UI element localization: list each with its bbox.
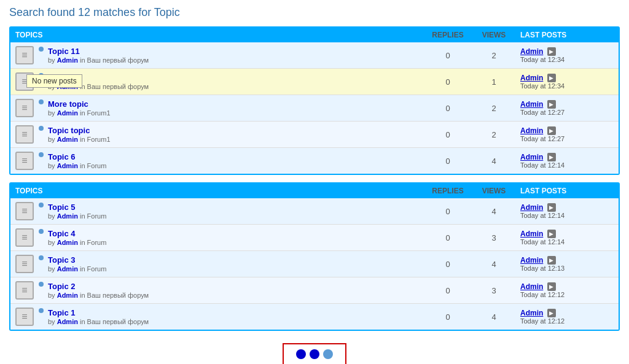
- new-post-dot: [39, 126, 44, 131]
- lastpost-cell: Admin ▶ Today at 12:13: [515, 256, 614, 273]
- topic-meta: by Admin in Ваш первый форум: [48, 318, 149, 325]
- lastpost-time: Today at 12:14: [520, 161, 614, 169]
- topic-title-link[interactable]: Topic 4: [48, 229, 106, 238]
- lastpost-user-link[interactable]: Admin: [520, 74, 543, 82]
- author-link[interactable]: Admin: [57, 318, 78, 325]
- topic-title-link[interactable]: More topic: [48, 99, 111, 109]
- lastpost-cell: Admin ▶ Today at 12:12: [515, 309, 614, 325]
- views-cell: 3: [472, 286, 515, 295]
- new-post-dot: [39, 99, 44, 104]
- table-row: Topic 1 by Admin in Ваш первый форум 0 4…: [10, 304, 619, 330]
- new-post-dot: [39, 308, 44, 313]
- topic-info: Topic 6 by Admin in Forum: [48, 152, 106, 169]
- lastpost-user-link[interactable]: Admin: [520, 256, 543, 265]
- header-lastpost: LAST POSTS: [515, 187, 614, 195]
- topic-meta: by Admin in Ваш первый форум: [48, 56, 149, 64]
- table-row: Topic 12 by Admin in Ваш первый форум No…: [10, 69, 619, 95]
- lastpost-cell: Admin ▶ Today at 12:27: [515, 126, 614, 143]
- lastpost-user-link[interactable]: Admin: [520, 203, 543, 212]
- forum-icon: [15, 125, 34, 144]
- author-link[interactable]: Admin: [57, 239, 78, 246]
- new-post-dot: [39, 47, 44, 52]
- lastpost-link-icon: ▶: [547, 230, 556, 238]
- header-lastpost: LAST POSTS: [515, 31, 614, 39]
- lastpost-link-icon: ▶: [547, 256, 556, 265]
- forum-icon: [15, 308, 34, 326]
- pagination-dot-3[interactable]: [323, 349, 333, 359]
- lastpost-time: Today at 12:13: [520, 265, 614, 272]
- topic-title-link[interactable]: Topic 2: [48, 282, 149, 291]
- topic-title-link[interactable]: Topic 6: [48, 152, 106, 161]
- author-link[interactable]: Admin: [57, 109, 78, 117]
- pagination-box[interactable]: [283, 343, 346, 364]
- lastpost-user-link[interactable]: Admin: [520, 282, 543, 291]
- topic-title-link[interactable]: Topic 11: [48, 47, 149, 56]
- topic-info: More topic by Admin in Forum1: [48, 99, 111, 117]
- author-link[interactable]: Admin: [57, 265, 78, 273]
- views-cell: 2: [472, 130, 515, 139]
- table-row: Topic 6 by Admin in Forum 0 4 Admin ▶ To…: [10, 148, 619, 174]
- topic-info: Topic 1 by Admin in Ваш первый форум: [48, 308, 149, 325]
- lastpost-cell: Admin ▶ Today at 12:34: [515, 74, 614, 90]
- lastpost-cell: Admin ▶ Today at 12:14: [515, 230, 614, 246]
- topic-cell: Topic topic by Admin in Forum1: [15, 125, 423, 144]
- replies-cell: 0: [423, 104, 472, 113]
- topic-cell: Topic 12 by Admin in Ваш первый форум No…: [15, 72, 423, 91]
- lastpost-user-link[interactable]: Admin: [520, 153, 543, 161]
- replies-cell: 0: [423, 51, 472, 60]
- topic-meta: by Admin in Ваш первый форум: [48, 292, 149, 299]
- author-link[interactable]: Admin: [57, 162, 78, 169]
- lastpost-time: Today at 12:14: [520, 238, 614, 246]
- header-topics: TOPICS: [15, 31, 423, 39]
- tooltip: No new posts: [26, 74, 82, 88]
- lastpost-cell: Admin ▶ Today at 12:27: [515, 100, 614, 117]
- author-link[interactable]: Admin: [57, 56, 78, 64]
- table-row: Topic topic by Admin in Forum1 0 2 Admin…: [10, 122, 619, 148]
- lastpost-user-line: Admin ▶: [520, 256, 614, 265]
- topic-cell: Topic 1 by Admin in Ваш первый форум: [15, 308, 423, 326]
- pagination-area: [9, 338, 620, 364]
- views-cell: 3: [472, 233, 515, 242]
- new-post-dot: [39, 282, 44, 287]
- lastpost-user-line: Admin ▶: [520, 282, 614, 292]
- pagination-dot-1[interactable]: [296, 349, 306, 359]
- topic-cell: More topic by Admin in Forum1: [15, 99, 423, 117]
- topic-cell: Topic 5 by Admin in Forum: [15, 202, 423, 220]
- lastpost-time: Today at 12:27: [520, 135, 614, 142]
- lastpost-user-line: Admin ▶: [520, 153, 614, 162]
- forum-icon: [15, 255, 34, 273]
- header-views: VIEWS: [472, 31, 515, 39]
- topic-meta: by Admin in Forum: [48, 265, 106, 273]
- author-link[interactable]: Admin: [57, 292, 78, 299]
- topic-meta: by Admin in Forum: [48, 212, 106, 220]
- new-post-dot: [39, 152, 44, 157]
- replies-cell: 0: [423, 157, 472, 166]
- topic-info: Topic 5 by Admin in Forum: [48, 203, 106, 220]
- topic-title-link[interactable]: Topic 5: [48, 203, 106, 212]
- new-post-dot: [39, 229, 44, 234]
- pagination-dot-2[interactable]: [310, 349, 319, 359]
- author-link[interactable]: Admin: [57, 212, 78, 220]
- views-cell: 2: [472, 51, 515, 60]
- lastpost-user-link[interactable]: Admin: [520, 47, 543, 56]
- table-row: More topic by Admin in Forum1 0 2 Admin …: [10, 95, 619, 122]
- replies-cell: 0: [423, 233, 472, 242]
- lastpost-time: Today at 12:14: [520, 212, 614, 219]
- author-link[interactable]: Admin: [57, 136, 78, 143]
- header-replies: REPLIES: [423, 31, 472, 39]
- views-cell: 4: [472, 312, 515, 322]
- forum-table-2: TOPICS REPLIES VIEWS LAST POSTS Topic 5 …: [9, 182, 620, 331]
- topic-title-link[interactable]: Topic 3: [48, 255, 106, 265]
- lastpost-time: Today at 12:27: [520, 109, 614, 116]
- forum-icon: [15, 152, 34, 170]
- table-row: Topic 2 by Admin in Ваш первый форум 0 3…: [10, 277, 619, 304]
- lastpost-user-link[interactable]: Admin: [520, 309, 543, 317]
- lastpost-user-line: Admin ▶: [520, 309, 614, 318]
- topic-title-link[interactable]: Topic topic: [48, 126, 111, 135]
- topic-title-link[interactable]: Topic 1: [48, 308, 149, 317]
- lastpost-user-link[interactable]: Admin: [520, 100, 543, 109]
- lastpost-user-link[interactable]: Admin: [520, 126, 543, 135]
- lastpost-user-link[interactable]: Admin: [520, 230, 543, 238]
- lastpost-link-icon: ▶: [547, 282, 556, 291]
- lastpost-user-line: Admin ▶: [520, 47, 614, 56]
